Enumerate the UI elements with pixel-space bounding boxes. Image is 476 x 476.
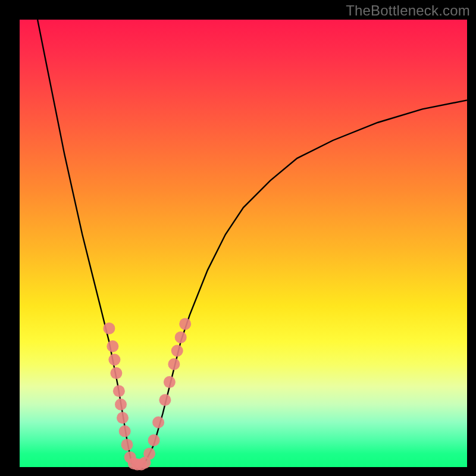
data-marker (148, 434, 160, 446)
data-marker (119, 425, 131, 437)
plot-area (20, 20, 467, 467)
data-marker (107, 340, 118, 352)
bottleneck-curve (37, 20, 467, 467)
chart-frame: TheBottleneck.com (0, 0, 476, 476)
data-marker (175, 331, 187, 343)
data-marker (121, 439, 133, 450)
data-marker (168, 358, 180, 370)
data-marker (143, 447, 155, 459)
data-marker (171, 345, 183, 357)
data-marker (159, 394, 171, 406)
data-marker (117, 412, 129, 424)
data-marker (110, 367, 122, 379)
data-marker (179, 318, 191, 330)
data-marker (108, 354, 120, 366)
data-marker (113, 385, 125, 397)
data-marker (115, 399, 127, 411)
data-marker (152, 416, 164, 428)
watermark-text: TheBottleneck.com (346, 2, 470, 19)
chart-svg (20, 20, 467, 467)
data-marker (103, 322, 115, 334)
data-markers (103, 318, 191, 470)
data-marker (164, 376, 176, 388)
